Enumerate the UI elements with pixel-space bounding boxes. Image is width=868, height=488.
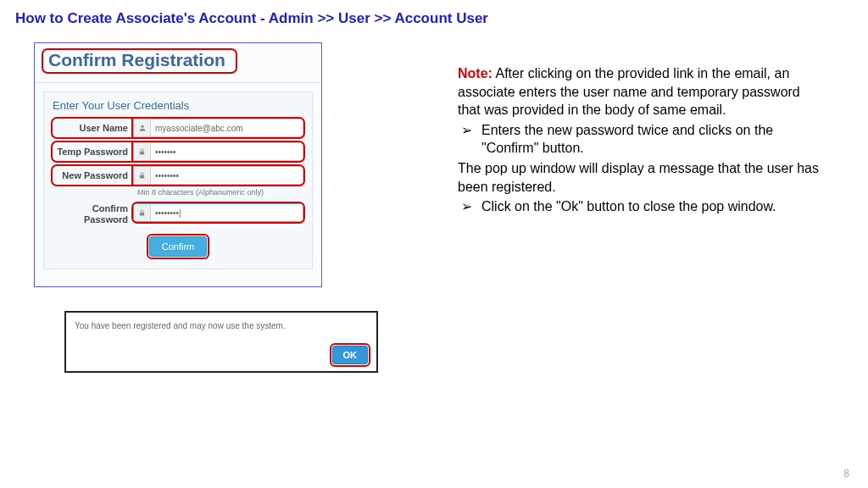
slide-title: How to Create Associate's Account - Admi…	[0, 0, 868, 27]
lock-icon	[134, 204, 151, 221]
temp-password-input[interactable]	[151, 143, 303, 160]
confirm-password-input-wrap[interactable]	[133, 203, 303, 222]
new-password-input[interactable]	[151, 167, 303, 184]
registration-panel: Confirm Registration Enter Your User Cre…	[34, 42, 322, 287]
success-dialog: You have been registered and may now use…	[64, 311, 378, 373]
new-password-label: New Password	[53, 166, 133, 185]
note-label: Note:	[458, 66, 492, 80]
user-icon	[134, 119, 151, 136]
svg-rect-3	[140, 213, 144, 216]
svg-rect-1	[140, 152, 144, 155]
success-message: You have been registered and may now use…	[75, 321, 368, 346]
confirm-password-input[interactable]	[151, 204, 303, 221]
confirm-password-label: ConfirmPassword	[53, 203, 133, 225]
registration-heading: Confirm Registration	[42, 48, 237, 74]
lock-icon	[134, 143, 151, 160]
confirm-button[interactable]: Confirm	[149, 236, 208, 257]
username-label: User Name	[53, 119, 133, 137]
svg-point-0	[141, 125, 143, 128]
page-number: 8	[843, 468, 849, 480]
username-input-wrap[interactable]	[133, 119, 303, 137]
instructions-text: Note: After clicking on the provided lin…	[458, 42, 822, 373]
temp-password-label: Temp Password	[53, 142, 133, 161]
username-input[interactable]	[151, 119, 303, 136]
new-password-input-wrap[interactable]	[133, 166, 303, 185]
bullet-item: Enters the new password twice and clicks…	[461, 121, 822, 158]
credentials-panel: Enter Your User Credentials User Name Te…	[43, 92, 313, 269]
bullet-item: Click on the "Ok" button to close the po…	[461, 197, 822, 216]
temp-password-input-wrap[interactable]	[133, 142, 303, 161]
credentials-subheading: Enter Your User Credentials	[53, 97, 303, 119]
svg-rect-2	[140, 175, 144, 179]
lock-icon	[134, 167, 151, 184]
password-hint: Min 8 characters (Alphanumeric only)	[53, 188, 303, 197]
ok-button[interactable]: OK	[332, 346, 369, 364]
